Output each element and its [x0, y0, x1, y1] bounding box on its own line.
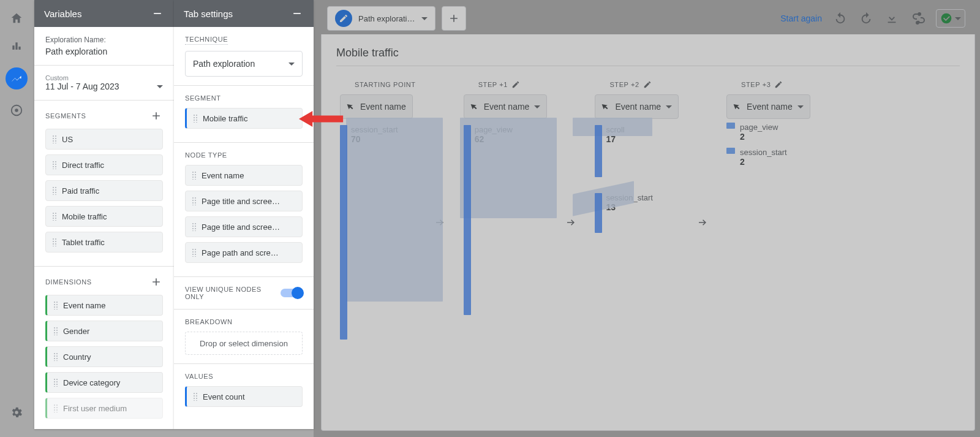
drag-handle-icon — [52, 212, 57, 221]
values-title: VALUES — [185, 373, 213, 380]
status-pill[interactable] — [936, 9, 965, 28]
chevron-down-icon — [666, 105, 672, 108]
step-column: STEP +3 Event name page_view 2 session_s… — [726, 78, 810, 340]
edit-tab-icon — [335, 10, 352, 27]
dimension-chip[interactable]: Country — [45, 346, 163, 367]
drag-handle-icon — [192, 222, 197, 231]
tab-settings-panel-header: Tab settings — [174, 0, 314, 27]
collapse-icon[interactable] — [290, 7, 304, 20]
step-node-select[interactable]: Event name — [726, 94, 810, 119]
step-node-select[interactable]: Event name — [464, 94, 548, 119]
pencil-icon[interactable] — [643, 80, 652, 89]
download-icon[interactable] — [884, 11, 899, 26]
drag-handle-icon — [193, 114, 198, 123]
step-select-value: Event name — [615, 102, 661, 112]
dimension-chip[interactable]: Device category — [45, 372, 163, 393]
sankey-node-bar[interactable] — [595, 193, 602, 233]
segment-chip[interactable]: Tablet traffic — [45, 232, 163, 253]
breakdown-drop-area[interactable]: Drop or select dimension — [185, 332, 303, 355]
sankey-node-bar[interactable] — [464, 125, 471, 315]
drag-handle-icon — [53, 327, 58, 335]
node-type-chip[interactable]: Page title and scree… — [185, 216, 303, 237]
drag-handle-icon — [53, 301, 58, 310]
dimension-chip-label: Event name — [63, 301, 105, 310]
collapse-icon[interactable] — [151, 7, 164, 20]
home-icon[interactable] — [9, 11, 24, 26]
sankey-node-label: page_view — [740, 123, 778, 132]
drag-handle-icon — [192, 171, 197, 180]
redo-icon[interactable] — [859, 11, 873, 26]
node-type-chip[interactable]: Event name — [185, 165, 303, 186]
breakdown-title: BREAKDOWN — [185, 318, 233, 325]
drag-handle-icon — [53, 404, 58, 412]
value-chip[interactable]: Event count — [185, 386, 303, 407]
drag-handle-icon — [52, 135, 57, 143]
breakdown-section: BREAKDOWN Drop or select dimension — [174, 310, 314, 364]
pencil-icon[interactable] — [774, 80, 783, 89]
node-type-chip[interactable]: Page title and scree… — [185, 191, 303, 211]
exploration-name-value[interactable]: Path exploration — [45, 47, 163, 56]
reports-icon[interactable] — [9, 39, 24, 54]
dimension-chip[interactable]: Gender — [45, 321, 163, 341]
exploration-tab[interactable]: Path explorati… — [327, 6, 435, 31]
cursor-icon — [345, 101, 356, 112]
dimension-chip-label: Country — [63, 352, 91, 362]
segment-chip[interactable]: US — [45, 129, 163, 150]
drag-handle-icon — [53, 378, 58, 387]
add-dimension-icon[interactable] — [149, 275, 163, 289]
segment-chip[interactable]: Mobile traffic — [45, 206, 163, 227]
dimension-chip[interactable]: Event name — [45, 295, 163, 316]
canvas-topbar: Path explorati… Start again — [321, 2, 975, 34]
add-tab-button[interactable] — [442, 6, 466, 31]
advertising-icon[interactable] — [9, 103, 24, 118]
chevron-down-icon — [534, 105, 540, 108]
step-label: STARTING POINT — [355, 81, 416, 88]
sankey-node-bar[interactable] — [595, 125, 602, 177]
node-type-label: Page path and scre… — [202, 248, 279, 257]
node-type-title: NODE TYPE — [185, 151, 227, 159]
step-node-select[interactable]: Event name — [595, 94, 679, 119]
sankey-node-bar[interactable] — [726, 123, 735, 129]
segment-chip-label: Tablet traffic — [62, 238, 105, 247]
node-type-chip[interactable]: Page path and scre… — [185, 242, 303, 263]
step-select-value: Event name — [360, 102, 406, 112]
undo-icon[interactable] — [833, 11, 848, 26]
pencil-icon[interactable] — [511, 80, 520, 89]
step-node-select[interactable]: Event name — [340, 94, 413, 119]
exploration-name-section: Exploration Name: Path exploration — [34, 27, 174, 66]
add-segment-icon[interactable] — [149, 109, 163, 123]
cursor-icon — [732, 101, 743, 112]
segment-chip[interactable]: Paid traffic — [45, 180, 163, 201]
dimensions-section: DIMENSIONS Event name Gender Country Dev… — [34, 267, 174, 429]
variables-panel: Variables Exploration Name: Path explora… — [34, 0, 174, 429]
settings-icon[interactable] — [9, 405, 24, 420]
dimension-chip[interactable]: First user medium — [45, 398, 163, 419]
explore-icon[interactable] — [6, 67, 28, 89]
dimension-chip-label: Gender — [63, 327, 89, 336]
cursor-icon — [600, 101, 611, 112]
node-type-label: Page title and scree… — [202, 197, 280, 206]
sankey-node-bar[interactable] — [726, 148, 735, 154]
segment-chip[interactable]: Direct traffic — [45, 154, 163, 175]
chevron-down-icon — [955, 17, 961, 20]
start-again-button[interactable]: Start again — [780, 13, 822, 23]
tab-settings-title: Tab settings — [184, 9, 233, 19]
segment-applied-label: Mobile traffic — [203, 114, 247, 123]
date-range-picker[interactable]: Custom 11 Jul - 7 Aug 2023 — [34, 66, 174, 101]
node-type-section: NODE TYPE Event name Page title and scre… — [174, 143, 314, 277]
share-icon[interactable] — [910, 11, 925, 26]
annotation-arrow — [299, 107, 344, 131]
chevron-down-icon — [288, 63, 295, 66]
exploration-tab-label: Path explorati… — [358, 14, 415, 23]
step-select-value: Event name — [484, 102, 530, 112]
segment-applied-chip[interactable]: Mobile traffic — [185, 108, 303, 129]
step-label: STEP +3 — [741, 81, 771, 88]
cursor-icon — [469, 101, 480, 112]
segment-chip-label: Mobile traffic — [62, 212, 107, 221]
view-unique-toggle[interactable] — [281, 289, 303, 297]
sankey-node-bar[interactable] — [340, 125, 347, 340]
segment-section: SEGMENT Mobile traffic — [174, 86, 314, 143]
segments-title: SEGMENTS — [45, 112, 86, 120]
arrow-right-icon — [565, 217, 576, 228]
technique-select[interactable]: Path exploration — [185, 51, 303, 77]
